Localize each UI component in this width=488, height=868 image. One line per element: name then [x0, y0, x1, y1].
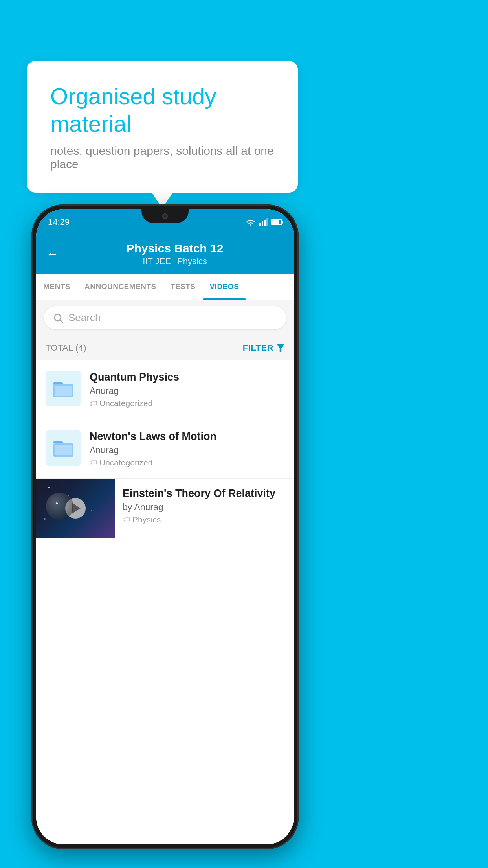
svg-point-0 [55, 314, 61, 320]
header-subtitle-physics: Physics [177, 256, 207, 267]
video-tag-2: 🏷 Uncategorized [90, 458, 284, 467]
video-item-1[interactable]: Quantum Physics Anurag 🏷 Uncategorized [36, 360, 294, 419]
header-subtitle-iit: IIT JEE [143, 256, 171, 267]
speech-bubble: Organised study material notes, question… [27, 61, 298, 193]
tab-videos[interactable]: VIDEOS [203, 274, 246, 300]
video-info-1: Quantum Physics Anurag 🏷 Uncategorized [90, 371, 284, 408]
total-count: TOTAL (4) [46, 343, 86, 353]
video-author-1: Anurag [90, 386, 284, 396]
video-thumb-3 [36, 479, 115, 538]
app-header: ← Physics Batch 12 IIT JEE Physics [36, 235, 294, 274]
signal-icon [259, 218, 268, 226]
svg-line-1 [60, 320, 62, 322]
speech-bubble-wrapper: Organised study material notes, question… [27, 61, 298, 193]
video-author-2: Anurag [90, 445, 284, 456]
svg-marker-2 [277, 344, 284, 352]
video-thumb-1 [46, 371, 81, 406]
tab-tests[interactable]: TESTS [163, 274, 203, 300]
notch-cutout [141, 209, 189, 223]
status-bar: 14:29 [36, 209, 294, 235]
tab-ments[interactable]: MENTS [36, 274, 77, 300]
filter-icon [277, 344, 284, 352]
search-placeholder: Search [68, 312, 101, 324]
video-item-2[interactable]: Newton's Laws of Motion Anurag 🏷 Uncateg… [36, 419, 294, 479]
video-title-2: Newton's Laws of Motion [90, 430, 284, 443]
svg-rect-4 [55, 386, 72, 396]
filter-label: FILTER [243, 343, 273, 353]
filter-button[interactable]: FILTER [243, 343, 284, 353]
screen-content: ← Physics Batch 12 IIT JEE Physics MENTS… [36, 235, 294, 844]
video-info-2: Newton's Laws of Motion Anurag 🏷 Uncateg… [90, 430, 284, 467]
video-title-3: Einstein's Theory Of Relativity [123, 487, 286, 500]
header-subtitle: IIT JEE Physics [66, 256, 284, 267]
status-time: 14:29 [48, 217, 70, 227]
phone-frame: 14:29 [31, 204, 299, 849]
video-tag-text-2: Uncategorized [99, 458, 152, 467]
filter-bar: TOTAL (4) FILTER [36, 336, 294, 360]
video-list: Quantum Physics Anurag 🏷 Uncategorized [36, 360, 294, 844]
header-title: Physics Batch 12 [66, 242, 284, 255]
video-title-1: Quantum Physics [90, 371, 284, 383]
status-icons [245, 218, 282, 226]
video-tag-text-1: Uncategorized [99, 399, 152, 408]
header-title-block: Physics Batch 12 IIT JEE Physics [66, 242, 284, 267]
search-bar[interactable]: Search [44, 306, 286, 329]
video-author-3: by Anurag [123, 502, 286, 513]
phone-screen: 14:29 [36, 209, 294, 844]
svg-rect-6 [55, 445, 72, 455]
video-tag-text-3: Physics [132, 515, 161, 524]
video-tag-1: 🏷 Uncategorized [90, 399, 284, 408]
tabs-bar: MENTS ANNOUNCEMENTS TESTS VIDEOS [36, 274, 294, 300]
bubble-title: Organised study material [50, 83, 274, 137]
tag-icon-1: 🏷 [90, 399, 97, 408]
camera [162, 213, 168, 219]
folder-icon-2 [52, 438, 74, 458]
phone-wrapper: 14:29 [31, 204, 299, 849]
tag-icon-3: 🏷 [123, 515, 130, 524]
search-container: Search [36, 300, 294, 336]
bubble-subtitle: notes, question papers, solutions all at… [50, 144, 274, 171]
video-thumb-2 [46, 430, 81, 466]
back-button[interactable]: ← [46, 247, 59, 261]
tab-announcements[interactable]: ANNOUNCEMENTS [77, 274, 163, 300]
folder-icon-1 [52, 379, 74, 399]
battery-icon [271, 219, 282, 225]
video-info-3: Einstein's Theory Of Relativity by Anura… [115, 479, 294, 533]
video-item-3[interactable]: Einstein's Theory Of Relativity by Anura… [36, 479, 294, 538]
video-tag-3: 🏷 Physics [123, 515, 286, 524]
tag-icon-2: 🏷 [90, 458, 97, 467]
wifi-icon [245, 218, 256, 226]
search-icon [53, 313, 64, 324]
